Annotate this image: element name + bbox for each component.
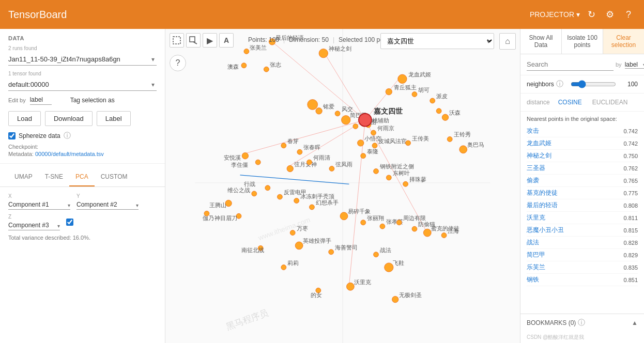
bookmarks-chevron[interactable]: ▲ bbox=[632, 319, 638, 326]
by-dropdown[interactable]: label bbox=[625, 61, 644, 69]
dot-35[interactable] bbox=[265, 185, 270, 191]
dot-3[interactable] bbox=[319, 49, 328, 57]
dot-46[interactable] bbox=[396, 220, 402, 225]
dot-56[interactable] bbox=[281, 265, 286, 270]
download-button[interactable]: Download bbox=[45, 111, 93, 126]
visualization-area[interactable]: ▶ A Points: 100 | Dimension: 50 | Select… bbox=[165, 29, 520, 343]
run-dropdown[interactable]: Jan11_11-50-39_iZt4n7nugaps8a6gn bbox=[8, 53, 157, 66]
dot-15[interactable] bbox=[342, 116, 350, 124]
dot-11[interactable] bbox=[442, 114, 448, 120]
refresh-icon[interactable]: ↻ bbox=[584, 7, 599, 22]
zoom-tool[interactable] bbox=[186, 33, 201, 48]
search-input[interactable] bbox=[527, 58, 614, 71]
dot-4[interactable] bbox=[241, 63, 247, 68]
dot-54[interactable] bbox=[374, 252, 379, 257]
dot-47[interactable] bbox=[412, 226, 417, 231]
dot-59[interactable] bbox=[392, 296, 398, 302]
tab-umap[interactable]: UMAP bbox=[8, 168, 39, 186]
dot-44[interactable] bbox=[361, 220, 366, 225]
z-enable-checkbox[interactable] bbox=[66, 219, 73, 226]
z-component-dropdown[interactable]: Component #1 Component #2 Component #3 bbox=[8, 221, 60, 230]
dot-10[interactable] bbox=[436, 108, 441, 114]
home-button[interactable]: ⌂ bbox=[499, 33, 516, 50]
euclidean-option[interactable]: EUCLIDEAN bbox=[590, 98, 630, 107]
dot-13[interactable] bbox=[316, 108, 322, 114]
nearest-point-name[interactable]: 偷袭 bbox=[527, 176, 539, 185]
nearest-point-name[interactable]: 三圣器 bbox=[527, 164, 545, 173]
dot-38[interactable] bbox=[294, 198, 299, 204]
dot-6[interactable] bbox=[398, 74, 407, 83]
y-component-dropdown[interactable]: Component #1 Component #2 Component #3 bbox=[76, 200, 139, 210]
projector-dropdown-arrow[interactable]: ▾ bbox=[576, 10, 580, 19]
neighbors-slider[interactable] bbox=[571, 80, 616, 88]
dot-40[interactable] bbox=[225, 200, 232, 206]
dot-34[interactable] bbox=[403, 181, 408, 186]
dot-51[interactable] bbox=[295, 242, 303, 250]
dot-43[interactable] bbox=[340, 212, 348, 220]
help-icon[interactable]: ? bbox=[621, 7, 636, 22]
dot-29[interactable] bbox=[287, 165, 293, 172]
dot-23[interactable] bbox=[459, 146, 467, 153]
sphereize-checkbox[interactable] bbox=[8, 132, 16, 139]
dot-21[interactable] bbox=[406, 141, 411, 146]
label-button[interactable]: Label bbox=[97, 111, 131, 126]
dot-28[interactable] bbox=[255, 160, 260, 165]
dot-9[interactable] bbox=[430, 98, 435, 103]
dot-22[interactable] bbox=[447, 136, 452, 142]
dot-58[interactable] bbox=[316, 288, 321, 293]
dot-49[interactable] bbox=[441, 233, 447, 238]
dot-33[interactable] bbox=[386, 175, 391, 180]
dot-12[interactable] bbox=[308, 99, 318, 110]
x-component-dropdown[interactable]: Component #1 Component #2 Component #3 bbox=[8, 200, 70, 210]
bookmarks-help-icon[interactable]: ⓘ bbox=[578, 318, 585, 328]
dot-27[interactable] bbox=[242, 152, 248, 159]
dot-55[interactable] bbox=[385, 263, 393, 272]
dot-7[interactable] bbox=[386, 88, 392, 95]
dot-20[interactable] bbox=[372, 143, 377, 148]
dot-30[interactable] bbox=[307, 160, 312, 165]
neighbors-help-icon[interactable]: ⓘ bbox=[556, 80, 563, 89]
dot-48[interactable] bbox=[423, 229, 431, 237]
dot-31[interactable] bbox=[329, 166, 334, 172]
show-all-data-button[interactable]: Show All Data bbox=[520, 29, 562, 54]
settings-icon[interactable]: ⚙ bbox=[603, 7, 617, 22]
cosine-option[interactable]: COSINE bbox=[556, 98, 584, 107]
dot-32[interactable] bbox=[374, 168, 379, 174]
dot-16[interactable] bbox=[353, 124, 358, 129]
sphereize-help-icon[interactable]: ⓘ bbox=[64, 131, 71, 141]
nearest-point-name[interactable]: 龙血武姬 bbox=[527, 139, 551, 148]
dot-57[interactable] bbox=[346, 283, 354, 290]
label-tool[interactable]: A bbox=[219, 33, 234, 48]
metadata-link[interactable]: 00000/default/metadata.tsv bbox=[35, 151, 104, 157]
dot-24[interactable] bbox=[361, 153, 366, 159]
dot-50[interactable] bbox=[290, 230, 295, 236]
dot-42[interactable] bbox=[204, 211, 209, 216]
nearest-point-name[interactable]: 基克的使徒 bbox=[527, 189, 558, 197]
dot-53[interactable] bbox=[329, 250, 334, 255]
load-button[interactable]: Load bbox=[8, 111, 41, 126]
nearest-point-name[interactable]: 战法 bbox=[527, 238, 539, 247]
dot-36[interactable] bbox=[252, 191, 257, 196]
dot-25[interactable] bbox=[281, 143, 286, 148]
tab-pca[interactable]: PCA bbox=[69, 168, 95, 186]
dot-37[interactable] bbox=[277, 194, 282, 199]
nearest-point-name[interactable]: 乐芙兰 bbox=[527, 263, 545, 272]
isolate-points-button[interactable]: Isolate 100 points bbox=[562, 29, 603, 54]
selected-dot[interactable] bbox=[359, 114, 372, 127]
clear-selection-button[interactable]: Clear selection bbox=[603, 29, 644, 54]
dot-8[interactable] bbox=[412, 92, 417, 97]
viz-help-button[interactable]: ? bbox=[170, 55, 186, 71]
nearest-point-name[interactable]: 钢铁 bbox=[527, 275, 539, 284]
nearest-point-name[interactable]: 神秘之剑 bbox=[527, 151, 551, 160]
dot-19[interactable] bbox=[358, 140, 364, 146]
tab-custom[interactable]: CUSTOM bbox=[95, 168, 134, 186]
night-mode-tool[interactable]: ▶ bbox=[203, 33, 217, 48]
nearest-point-name[interactable]: 恶魔小丑小丑 bbox=[527, 226, 564, 235]
dot-18[interactable] bbox=[371, 130, 376, 135]
dot-2[interactable] bbox=[244, 49, 249, 54]
dot-45[interactable] bbox=[380, 224, 385, 229]
tensor-dropdown[interactable]: default:00000 bbox=[8, 79, 157, 91]
select-box-tool[interactable] bbox=[170, 33, 184, 48]
viz-entity-select[interactable]: 嘉文四世 bbox=[380, 33, 494, 49]
nearest-point-name[interactable]: 攻击 bbox=[527, 127, 539, 135]
